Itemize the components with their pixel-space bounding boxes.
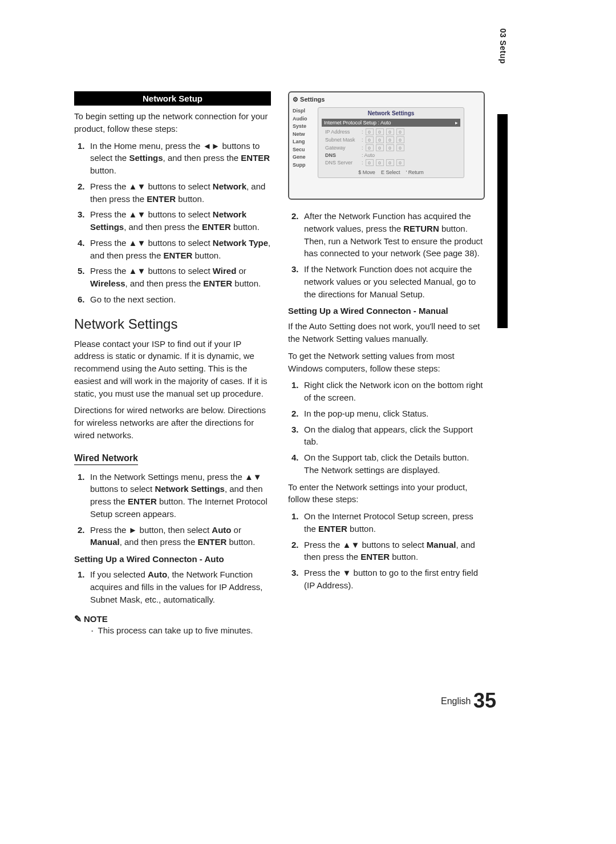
right-column: ⚙ Settings DisplAudioSysteNetwLangSecuGe… bbox=[288, 91, 485, 637]
screenshot-settings-label: ⚙ Settings bbox=[293, 96, 480, 103]
wired-network-heading: Wired Network bbox=[74, 453, 138, 465]
left-column: Network Setup To begin setting up the ne… bbox=[74, 91, 271, 637]
chevron-right-icon: ▸ bbox=[455, 120, 458, 126]
note-bullet: ▪ This process can take up to five minut… bbox=[91, 624, 271, 637]
manual-intro1: If the Auto Setting does not work, you'l… bbox=[288, 320, 485, 345]
gear-icon: ⚙ bbox=[293, 96, 298, 103]
tv-screenshot: ⚙ Settings DisplAudioSysteNetwLangSecuGe… bbox=[288, 91, 485, 200]
footer-page-number: 35 bbox=[473, 689, 496, 712]
tv-panel: Network Settings Internet Protocol Setup… bbox=[318, 107, 464, 178]
tv-panel-title: Network Settings bbox=[322, 110, 460, 116]
network-settings-heading: Network Settings bbox=[74, 316, 271, 332]
network-setup-header: Network Setup bbox=[74, 91, 271, 106]
auto-continued-steps: 2.After the Network Function has acquire… bbox=[288, 210, 485, 300]
note-label: NOTE bbox=[84, 614, 108, 624]
manual-steps-b: 1.On the Internet Protocol Setup screen,… bbox=[288, 510, 485, 592]
ip-rows: IP Address:0000Subnet Mask:0000Gateway:0… bbox=[322, 128, 460, 151]
wired-manual-heading: Setting Up a Wired Connecton - Manual bbox=[288, 306, 485, 316]
wired-auto-heading: Setting Up a Wired Connecton - Auto bbox=[74, 554, 271, 564]
note-text: This process can take up to five minutes… bbox=[98, 624, 253, 637]
intro-text: To begin setting up the network connecti… bbox=[74, 110, 271, 135]
manual-intro2: To get the Network setting values from m… bbox=[288, 350, 485, 375]
note-icon: ✎ bbox=[74, 613, 82, 624]
ips-row-selected: Internet Protocol Setup : Auto▸ bbox=[322, 119, 460, 127]
setup-steps: 1.In the Home menu, press the ◄► buttons… bbox=[74, 140, 271, 306]
note-label-row: ✎ NOTE bbox=[74, 613, 271, 624]
wired-steps: 1.In the Network Settings menu, press th… bbox=[74, 471, 271, 549]
dns-row: DNS : Auto bbox=[322, 152, 460, 158]
wired-auto-steps: 1.If you selected Auto, the Network Func… bbox=[74, 568, 271, 605]
manual-intro3: To enter the Network settings into your … bbox=[288, 481, 485, 506]
tv-footer: $ Move E Select ' Return bbox=[322, 169, 460, 175]
chapter-side-tab: 03 Setup bbox=[499, 29, 508, 64]
ns-para2: Directions for wired networks are below.… bbox=[74, 404, 271, 441]
manual-steps-a: 1.Right click the Network icon on the bo… bbox=[288, 379, 485, 476]
side-black-bar bbox=[497, 114, 508, 328]
ns-para1: Please contact your ISP to find out if y… bbox=[74, 338, 271, 400]
page-footer: English 35 bbox=[441, 689, 496, 713]
dns-server-row: DNS Server:0000 bbox=[322, 159, 460, 166]
footer-lang: English bbox=[441, 696, 471, 706]
tv-side-menu: DisplAudioSysteNetwLangSecuGeneSupp bbox=[293, 107, 307, 169]
bullet-icon: ▪ bbox=[91, 627, 94, 637]
